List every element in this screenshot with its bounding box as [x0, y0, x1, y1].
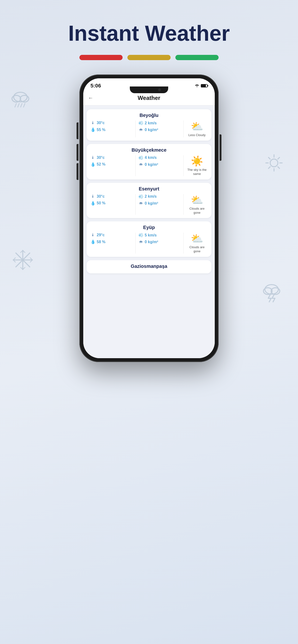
- drop-icon: 💧: [90, 201, 95, 206]
- svg-line-14: [278, 158, 279, 159]
- weather-card-buyukcekmece: Büyükçekmece 🌡 30°c 💧 52 %: [87, 144, 211, 180]
- thermometer-icon: 🌡: [90, 194, 95, 199]
- status-icons: [195, 84, 208, 88]
- humidity-value: 55 %: [97, 128, 105, 132]
- wind-value: 2 km/s: [145, 194, 157, 198]
- svg-line-5: [21, 104, 22, 107]
- wind-value: 2 km/s: [145, 121, 157, 125]
- card-left-temp: 🌡 30°c 💧 52 %: [90, 155, 135, 176]
- rain-value: 0 kg/m²: [145, 201, 158, 206]
- bg-snowflake-icon: [12, 249, 34, 276]
- svg-line-13: [278, 167, 279, 168]
- phone-screen: 5:06 ← Weather: [83, 78, 215, 358]
- color-bar-green: [175, 55, 219, 60]
- city-name: Beyoğlu: [90, 112, 208, 118]
- temp-row: 🌡 30°c: [90, 194, 132, 199]
- card-left-temp: 🌡 30°c 💧 50 %: [90, 194, 135, 215]
- rain-value: 0 kg/m²: [145, 128, 158, 132]
- svg-point-31: [197, 86, 198, 87]
- svg-line-4: [18, 104, 19, 107]
- humidity-value: 58 %: [97, 240, 105, 244]
- drop-icon: 💧: [90, 127, 95, 132]
- bg-cloud-lightning-icon: [260, 283, 284, 309]
- temp-value: 30°c: [97, 156, 105, 160]
- condition-label: Less Cloudy: [188, 133, 206, 137]
- page-title: Instant Weather: [0, 22, 298, 45]
- back-button[interactable]: ←: [88, 95, 93, 101]
- bg-cloud-rain-icon: [10, 89, 31, 113]
- thermometer-icon: 🌡: [90, 233, 95, 238]
- phone-frame: 5:06 ← Weather: [79, 74, 219, 362]
- svg-point-7: [270, 159, 278, 167]
- wind-row: 💨 2 km/s: [138, 194, 181, 199]
- card-left-temp: 🌡 29°c 💧 58 %: [90, 233, 135, 254]
- city-name: Esenyurt: [90, 186, 208, 192]
- condition-label: The sky is the same: [186, 168, 208, 176]
- phone-wrapper: 5:06 ← Weather: [0, 74, 298, 362]
- temp-row: 🌡 30°c: [90, 120, 132, 125]
- wind-icon: 💨: [138, 233, 143, 238]
- rain-row: 🌧 0 kg/m²: [138, 162, 181, 167]
- humidity-row: 💧 55 %: [90, 127, 132, 132]
- weather-card-eyup: Eyüp 🌡 29°c 💧 58 %: [87, 222, 211, 257]
- thermometer-icon: 🌡: [90, 155, 95, 160]
- phone-notch: [130, 86, 168, 93]
- card-middle-wind: 💨 5 km/s 🌧 0 kg/m²: [135, 233, 184, 254]
- condition-icon-partly-cloudy: ⛅: [191, 120, 203, 132]
- wind-row: 💨 5 km/s: [138, 233, 181, 238]
- temp-row: 🌡 29°c: [90, 233, 132, 238]
- humidity-row: 💧 50 %: [90, 201, 132, 206]
- wifi-icon: [195, 84, 199, 87]
- card-right-condition: ⛅ Clouds are gone: [184, 194, 208, 215]
- svg-line-6: [24, 104, 25, 107]
- city-name: Gaziosmanpaşa: [90, 264, 208, 269]
- temp-value: 30°c: [97, 194, 105, 198]
- wind-value: 4 km/s: [145, 156, 157, 160]
- humidity-row: 💧 58 %: [90, 239, 132, 244]
- battery-icon: [201, 84, 208, 88]
- card-middle-wind: 💨 4 km/s 🌧 0 kg/m²: [135, 155, 184, 176]
- city-name: Büyükçekmece: [90, 147, 208, 153]
- page-header: Instant Weather: [0, 0, 298, 45]
- condition-icon-cloudy: ⛅: [191, 194, 203, 206]
- drop-icon: 💧: [90, 239, 95, 244]
- weather-card-gaziosmanpasa: Gaziosmanpaşa: [87, 260, 211, 273]
- card-middle-wind: 💨 2 km/s 🌧 0 kg/m²: [135, 120, 184, 137]
- card-right-condition: ☀️ The sky is the same: [184, 155, 208, 176]
- wind-row: 💨 2 km/s: [138, 120, 181, 126]
- card-left-temp: 🌡 30°c 💧 55 %: [90, 120, 135, 137]
- condition-icon-cloudy2: ⛅: [191, 233, 203, 244]
- rain-row: 🌧 0 kg/m²: [138, 240, 181, 244]
- weather-list: Beyoğlu 🌡 30°c 💧 55 %: [83, 106, 215, 358]
- bg-sun-icon: [264, 153, 284, 177]
- front-camera: [158, 88, 161, 91]
- rain-icon: 🌧: [138, 128, 143, 132]
- condition-icon-sunny: ☀️: [191, 155, 203, 167]
- color-bar-yellow: [127, 55, 171, 60]
- svg-line-3: [15, 104, 16, 107]
- wind-row: 💨 4 km/s: [138, 155, 181, 160]
- condition-label: Clouds are gone: [186, 207, 208, 215]
- thermometer-icon: 🌡: [90, 120, 95, 125]
- drop-icon: 💧: [90, 162, 95, 167]
- color-bars: [0, 55, 298, 60]
- rain-icon: 🌧: [138, 162, 143, 167]
- wind-icon: 💨: [138, 120, 143, 126]
- rain-value: 0 kg/m²: [145, 240, 158, 244]
- rain-icon: 🌧: [138, 201, 143, 206]
- svg-line-15: [268, 167, 270, 168]
- temp-value: 30°c: [97, 121, 105, 125]
- app-screen-title: Weather: [138, 95, 160, 101]
- weather-card-beyoglu: Beyoğlu 🌡 30°c 💧 55 %: [87, 109, 211, 141]
- card-right-condition: ⛅ Less Cloudy: [184, 120, 208, 137]
- humidity-value: 50 %: [97, 201, 105, 205]
- svg-line-12: [268, 158, 270, 159]
- rain-value: 0 kg/m²: [145, 162, 158, 167]
- city-name: Eyüp: [90, 225, 208, 230]
- wind-icon: 💨: [138, 194, 143, 199]
- wind-icon: 💨: [138, 155, 143, 160]
- card-middle-wind: 💨 2 km/s 🌧 0 kg/m²: [135, 194, 184, 215]
- temp-row: 🌡 30°c: [90, 155, 132, 160]
- condition-label: Clouds are gone: [186, 245, 208, 254]
- weather-card-esenyurt: Esenyurt 🌡 30°c 💧 50 %: [87, 183, 211, 218]
